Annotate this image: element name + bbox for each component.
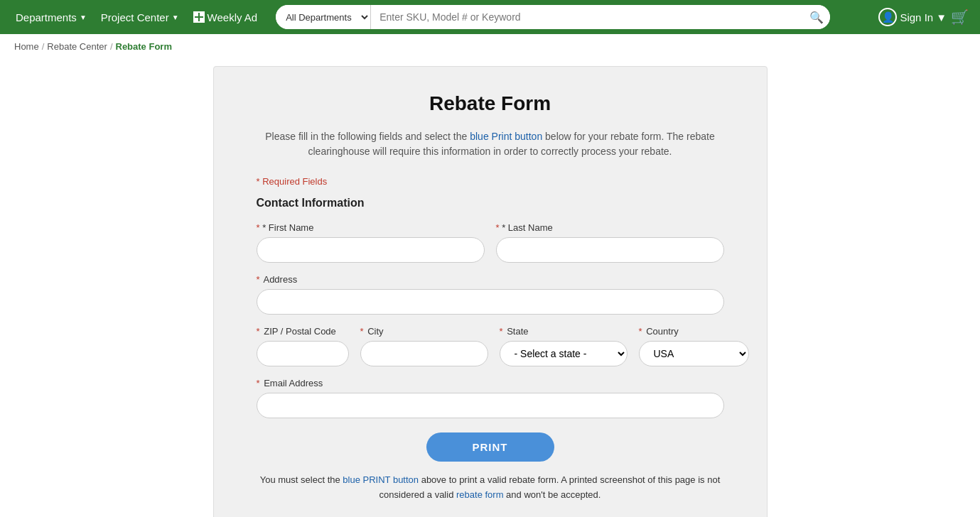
departments-chevron-icon: ▼ (80, 13, 87, 21)
departments-label: Departments (16, 11, 77, 23)
search-button[interactable]: 🔍 (803, 5, 830, 29)
form-subtitle-line1: Please fill in the following fields and … (265, 131, 714, 142)
breadcrumb: Home / Rebate Center / Rebate Form (0, 34, 980, 59)
form-subtitle-line2: clearinghouse will require this informat… (308, 146, 672, 157)
breadcrumb-home[interactable]: Home (14, 41, 39, 52)
weekly-ad-grid-icon (193, 11, 205, 23)
search-icon: 🔍 (809, 11, 824, 24)
address-group: * Address (257, 274, 724, 315)
email-input[interactable] (257, 393, 724, 418)
weekly-ad-label: Weekly Ad (208, 11, 258, 23)
breadcrumb-sep-1: / (42, 41, 45, 52)
zip-label: * ZIP / Postal Code (257, 326, 349, 337)
country-label: * Country (639, 326, 749, 337)
nav-right: 👤 Sign In ▼ 🛒 (878, 8, 969, 26)
last-name-input[interactable] (496, 237, 724, 263)
sign-in-chevron-icon: ▼ (936, 11, 947, 23)
email-group: * Email Address (257, 378, 724, 418)
last-name-group: * * Last Name (496, 222, 724, 263)
name-row: * * First Name * * Last Name (257, 222, 724, 263)
breadcrumb-rebate-center[interactable]: Rebate Center (47, 41, 107, 52)
svg-rect-1 (200, 13, 203, 16)
print-button[interactable]: PRINT (426, 432, 554, 462)
state-label: * State (500, 326, 628, 337)
first-name-label: * * First Name (257, 222, 485, 233)
address-label: * Address (257, 274, 724, 285)
state-group: * State - Select a state - Alabama Alask… (500, 326, 628, 366)
cart-icon[interactable]: 🛒 (951, 9, 969, 26)
first-name-group: * * First Name (257, 222, 485, 263)
last-name-label: * * Last Name (496, 222, 724, 233)
address-input[interactable] (257, 289, 724, 315)
location-row: * ZIP / Postal Code * City * State - Sel (257, 326, 724, 366)
zip-group: * ZIP / Postal Code (257, 326, 349, 366)
departments-nav[interactable]: Departments ▼ (11, 11, 91, 23)
top-navigation: Departments ▼ Project Center ▼ Weekly Ad… (0, 0, 980, 34)
form-subtitle: Please fill in the following fields and … (257, 129, 724, 159)
city-group: * City (360, 326, 488, 366)
sign-in-button[interactable]: 👤 Sign In ▼ (878, 8, 947, 26)
svg-rect-0 (195, 13, 198, 16)
user-icon: 👤 (878, 8, 897, 26)
state-select[interactable]: - Select a state - Alabama Alaska Arizon… (500, 341, 628, 366)
country-select[interactable]: USA Canada Mexico (639, 341, 749, 366)
address-row: * Address (257, 274, 724, 315)
form-card: Rebate Form Please fill in the following… (213, 66, 768, 517)
weekly-ad-nav[interactable]: Weekly Ad (189, 11, 262, 23)
required-note: * Required Fields (257, 176, 724, 187)
svg-rect-2 (195, 18, 198, 21)
city-label: * City (360, 326, 488, 337)
city-input[interactable] (360, 341, 488, 366)
search-department-select[interactable]: All Departments (276, 5, 371, 29)
footer-note: You must select the blue PRINT button ab… (257, 473, 724, 503)
search-input[interactable] (371, 5, 803, 29)
section-title: Contact Information (257, 197, 724, 209)
project-center-label: Project Center (101, 11, 169, 23)
project-center-nav[interactable]: Project Center ▼ (97, 11, 183, 23)
search-bar: All Departments 🔍 (276, 5, 830, 29)
zip-input[interactable] (257, 341, 349, 366)
search-wrapper: All Departments 🔍 (276, 5, 830, 29)
svg-rect-3 (200, 18, 203, 21)
breadcrumb-current: Rebate Form (116, 41, 172, 52)
form-title: Rebate Form (257, 92, 724, 115)
main-container: Rebate Form Please fill in the following… (0, 59, 980, 517)
country-group: * Country USA Canada Mexico (639, 326, 749, 366)
first-name-input[interactable] (257, 237, 485, 263)
email-label: * Email Address (257, 378, 724, 388)
breadcrumb-sep-2: / (110, 41, 113, 52)
sign-in-label: Sign In (900, 11, 933, 23)
email-row: * Email Address (257, 378, 724, 418)
project-center-chevron-icon: ▼ (172, 13, 179, 21)
